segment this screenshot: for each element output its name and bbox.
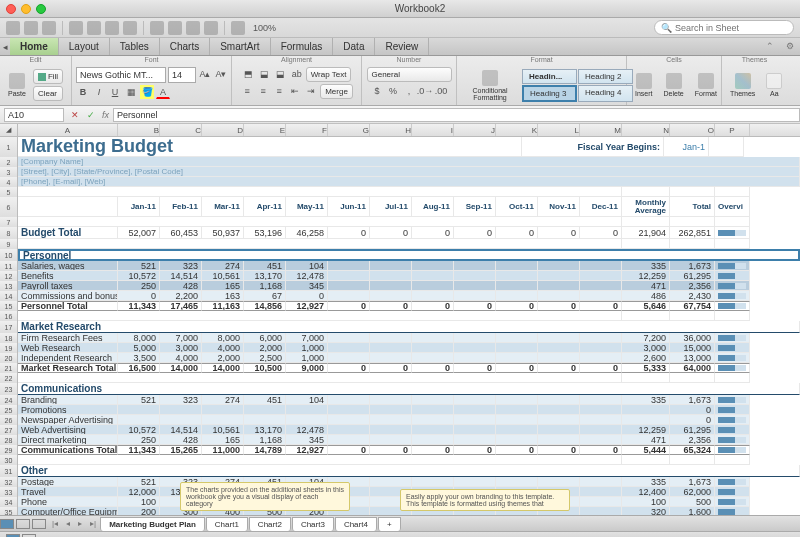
cell[interactable]: 521	[118, 261, 160, 271]
cell[interactable]	[370, 477, 412, 487]
cell[interactable]: 11,343	[118, 301, 160, 311]
number-format-select[interactable]: General	[367, 67, 452, 82]
sparkline[interactable]	[715, 343, 750, 353]
cell[interactable]: 2,000	[244, 343, 286, 353]
row-header[interactable]: 7	[0, 217, 18, 227]
sparkline[interactable]	[715, 425, 750, 435]
cell[interactable]	[538, 353, 580, 363]
sparkline[interactable]	[715, 333, 750, 343]
cell[interactable]: 2,200	[160, 291, 202, 301]
cell[interactable]: 2,430	[670, 291, 715, 301]
cell[interactable]	[244, 405, 286, 415]
cell[interactable]	[496, 333, 538, 343]
row-header[interactable]: 2	[0, 157, 18, 167]
cell[interactable]: 1,673	[670, 261, 715, 271]
cell[interactable]	[580, 395, 622, 405]
section-title[interactable]: Communications	[18, 383, 800, 395]
cell[interactable]: 10,561	[202, 425, 244, 435]
cell[interactable]: 2,356	[670, 281, 715, 291]
fill-color-button[interactable]: 🪣	[140, 85, 154, 99]
cell[interactable]	[496, 405, 538, 415]
cell[interactable]	[160, 405, 202, 415]
currency-icon[interactable]: $	[370, 84, 384, 98]
clear-button[interactable]: Clear	[33, 86, 63, 101]
month-header[interactable]: May-11	[286, 197, 328, 217]
cell[interactable]	[412, 477, 454, 487]
tab-review[interactable]: Review	[375, 38, 429, 55]
row-header[interactable]: 15	[0, 301, 18, 311]
sheet-tab[interactable]: Chart1	[206, 517, 248, 531]
orientation-icon[interactable]: ab	[290, 67, 304, 81]
cell[interactable]: 3,000	[622, 343, 670, 353]
col-header[interactable]: O	[670, 124, 715, 136]
tab-home[interactable]: Home	[10, 38, 59, 55]
cell[interactable]: 64,000	[670, 363, 715, 373]
row-header[interactable]: 25	[0, 405, 18, 415]
cell[interactable]: 486	[622, 291, 670, 301]
cell[interactable]: 62,000	[670, 487, 715, 497]
month-header[interactable]: Jun-11	[328, 197, 370, 217]
cell[interactable]: 100	[118, 497, 160, 507]
cell[interactable]: 5,333	[622, 363, 670, 373]
font-name-select[interactable]: News Gothic MT...	[76, 67, 166, 83]
cell[interactable]: 14,000	[160, 363, 202, 373]
row-header[interactable]: 28	[0, 435, 18, 445]
month-header[interactable]: Oct-11	[496, 197, 538, 217]
cell[interactable]: 0	[538, 227, 580, 239]
row-header[interactable]: 32	[0, 477, 18, 487]
cell[interactable]	[370, 405, 412, 415]
cell[interactable]	[496, 343, 538, 353]
cell[interactable]: 9,000	[286, 363, 328, 373]
sheet-tab[interactable]: Marketing Budget Plan	[100, 517, 205, 531]
cell[interactable]: 451	[244, 395, 286, 405]
cell[interactable]: 12,478	[286, 271, 328, 281]
indent-dec-icon[interactable]: ⇤	[288, 84, 302, 98]
cell[interactable]: 14,000	[202, 363, 244, 373]
cell[interactable]: 4,000	[160, 353, 202, 363]
save-icon[interactable]	[6, 21, 20, 35]
cell[interactable]: 451	[244, 261, 286, 271]
row-header[interactable]: 30	[0, 455, 18, 465]
cell[interactable]: 163	[202, 291, 244, 301]
row-header[interactable]: 29	[0, 445, 18, 455]
cell[interactable]: 11,000	[202, 445, 244, 455]
cell[interactable]: 200	[118, 507, 160, 515]
cell[interactable]	[454, 333, 496, 343]
row-label[interactable]: Phone	[18, 497, 118, 507]
cell[interactable]: 46,258	[286, 227, 328, 239]
tab-data[interactable]: Data	[333, 38, 375, 55]
cell[interactable]: 8,000	[202, 333, 244, 343]
row-header[interactable]: 31	[0, 465, 18, 477]
comma-icon[interactable]: ,	[402, 84, 416, 98]
address-line[interactable]: [Street], [City], [State/Province], [Pos…	[18, 167, 800, 177]
row-header[interactable]: 11	[0, 261, 18, 271]
cell[interactable]	[454, 281, 496, 291]
cell[interactable]	[328, 261, 370, 271]
cell[interactable]: 7,000	[286, 333, 328, 343]
cell[interactable]: 50,937	[202, 227, 244, 239]
cell[interactable]: 14,514	[160, 425, 202, 435]
col-header[interactable]: A	[18, 124, 118, 136]
bold-button[interactable]: B	[76, 85, 90, 99]
row-header[interactable]: 33	[0, 487, 18, 497]
cell[interactable]: 521	[118, 477, 160, 487]
cell[interactable]: 471	[622, 435, 670, 445]
overview-header[interactable]: Overvi	[715, 197, 750, 217]
row-label[interactable]: Web Research	[18, 343, 118, 353]
themes-button[interactable]: Themes	[726, 71, 759, 99]
sparkline[interactable]	[715, 405, 750, 415]
accept-formula-icon[interactable]: ✓	[84, 108, 98, 122]
col-header[interactable]: C	[160, 124, 202, 136]
indent-inc-icon[interactable]: ⇥	[304, 84, 318, 98]
cell[interactable]	[412, 333, 454, 343]
row-label[interactable]: Market Research Total	[18, 363, 118, 373]
cell[interactable]: 0	[370, 363, 412, 373]
cell[interactable]	[496, 281, 538, 291]
align-top-icon[interactable]: ⬒	[242, 67, 256, 81]
cell[interactable]	[538, 425, 580, 435]
cell[interactable]: 0	[670, 415, 715, 425]
cell[interactable]	[286, 415, 328, 425]
cell[interactable]: 323	[160, 261, 202, 271]
col-header[interactable]: P	[715, 124, 750, 136]
cell[interactable]	[412, 281, 454, 291]
